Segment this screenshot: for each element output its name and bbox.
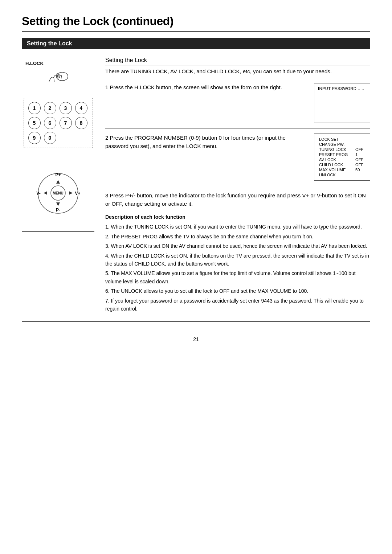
lock-menu-row: LOCK SET (318, 137, 366, 142)
subsection-title: Setting the Lock (105, 57, 370, 66)
lock-menu-item: TUNING LOCK (318, 147, 354, 152)
description-point-5: 5. The MAX VOLUME allows you to set a fi… (105, 269, 370, 286)
key-0: 0 (44, 132, 56, 144)
screen-label: INPUT PASSWORD ..... (318, 86, 366, 91)
numeric-keypad: 1 2 3 4 5 6 7 8 9 0 (24, 98, 93, 148)
nav-remote-wrapper: P+ P- V- V+ MENU (33, 166, 83, 217)
hlock-label: H.LOCK (25, 61, 44, 66)
page-title: Setting the Lock (continued) (22, 15, 370, 28)
svg-line-1 (58, 77, 60, 78)
step-divider-1 (105, 128, 370, 128)
lock-menu-row: PRESET PROG1 (318, 152, 366, 157)
lock-menu-row: MAX VOLUME50 (318, 167, 366, 172)
description-point-4: 4. When the CHILD LOCK is set ON, if the… (105, 252, 370, 268)
step3-text: 3 Press P+/- button, move the indicator … (105, 191, 370, 208)
lock-menu-row: CHANGE PW. (318, 142, 366, 147)
lock-menu-item: AV LOCK (318, 157, 354, 162)
svg-marker-10 (56, 202, 60, 206)
intro-text: There are TUNING LOCK, AV LOCK, and CHIL… (105, 67, 370, 76)
section-header: Setting the Lock (22, 38, 370, 49)
lock-menu-row: TUNING LOCKOFF (318, 147, 366, 152)
description-point-3: 3. When AV LOCK is set ON the AV channel… (105, 242, 370, 250)
left-col-divider (22, 231, 94, 232)
key-2: 2 (44, 102, 56, 114)
lock-menu-value: 50 (354, 167, 366, 172)
description-point-6: 6. The UNLOCK allows to you to set all t… (105, 287, 370, 295)
description-point-7: 7. If you forget your password or a pass… (105, 297, 370, 313)
svg-marker-9 (56, 180, 60, 184)
lock-menu-item: LOCK SET (318, 137, 354, 142)
key-9: 9 (28, 132, 41, 144)
lock-menu-value: 1 (354, 152, 366, 157)
left-column: H.LOCK 1 2 3 4 5 6 7 8 (22, 57, 98, 314)
key-6: 6 (44, 117, 56, 129)
lock-menu-row: CHILD LOCKOFF (318, 162, 366, 167)
svg-text:P-: P- (56, 208, 60, 213)
main-layout: H.LOCK 1 2 3 4 5 6 7 8 (22, 57, 370, 314)
step-divider-2 (105, 186, 370, 186)
description-point-1: 1. When the TUNING LOCK is set ON, if yo… (105, 223, 370, 231)
svg-marker-12 (69, 191, 73, 195)
lock-menu-box: LOCK SETCHANGE PW.TUNING LOCKOFFPRESET P… (314, 134, 370, 181)
lock-menu-item: CHANGE PW. (318, 142, 354, 147)
title-divider (22, 31, 370, 32)
svg-text:V-: V- (36, 191, 40, 196)
step3-block: 3 Press P+/- button, move the indicator … (105, 191, 370, 208)
hlock-illustration: H.LOCK (22, 61, 94, 87)
lock-menu-item: CHILD LOCK (318, 162, 354, 167)
step1-block: 1 Press the H.LOCK button, the screen wi… (105, 83, 370, 123)
lock-menu-table: LOCK SETCHANGE PW.TUNING LOCKOFFPRESET P… (318, 137, 366, 177)
description-title: Description of each lock function (105, 213, 370, 221)
lock-menu-row: UNLOCK (318, 172, 366, 177)
key-8: 8 (75, 117, 87, 129)
bottom-divider (22, 321, 370, 322)
key-5: 5 (28, 117, 41, 129)
step1-screen: INPUT PASSWORD ..... (314, 83, 370, 123)
lock-menu-value (354, 137, 366, 142)
page-number: 21 (22, 336, 370, 342)
lock-menu-item: PRESET PROG (318, 152, 354, 157)
step2-block: 2 Press the PROGRAM NUMBER (0-9) button … (105, 134, 370, 181)
description-block: Description of each lock function 1. Whe… (105, 213, 370, 313)
nav-remote-svg: P+ P- V- V+ MENU (33, 166, 83, 217)
lock-menu-value: OFF (354, 147, 366, 152)
key-4: 4 (75, 102, 87, 114)
lock-menu-value (354, 142, 366, 147)
right-column: Setting the Lock There are TUNING LOCK, … (98, 57, 370, 314)
svg-text:V+: V+ (75, 191, 80, 196)
step1-text: 1 Press the H.LOCK button, the screen wi… (105, 83, 307, 123)
svg-marker-11 (44, 191, 47, 195)
lock-menu-row: AV LOCKOFF (318, 157, 366, 162)
key-1: 1 (28, 102, 41, 114)
lock-menu-item: UNLOCK (318, 172, 354, 177)
svg-text:P+: P+ (55, 172, 61, 177)
lock-menu-value (354, 172, 366, 177)
step2-text: 2 Press the PROGRAM NUMBER (0-9) button … (105, 134, 307, 181)
lock-menu-value: OFF (354, 157, 366, 162)
lock-menu-item: MAX VOLUME (318, 167, 354, 172)
lock-menu-value: OFF (354, 162, 366, 167)
key-7: 7 (60, 117, 72, 129)
description-point-2: 2. The PRESET PROG allows the TV to alwa… (105, 233, 370, 241)
description-points: 1. When the TUNING LOCK is set ON, if yo… (105, 223, 370, 313)
hlock-icon (46, 67, 70, 87)
key-3: 3 (60, 102, 72, 114)
svg-text:MENU: MENU (53, 191, 63, 195)
